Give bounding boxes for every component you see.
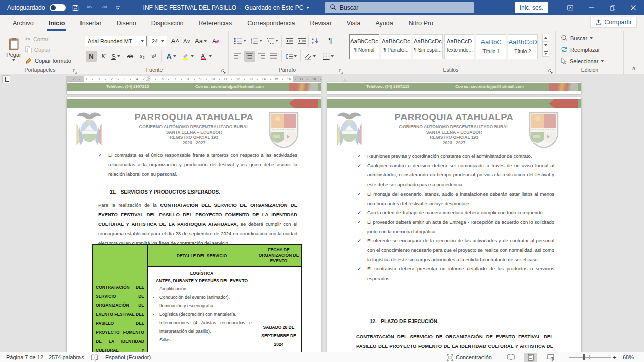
tab-insertar[interactable]: Insertar <box>72 15 109 31</box>
estilos-dialog-launcher-icon[interactable] <box>548 67 553 72</box>
find-button[interactable]: Buscar <box>561 35 593 41</box>
zoom-in-button[interactable]: + <box>613 352 617 362</box>
tab-ayuda[interactable]: Ayuda <box>368 15 400 31</box>
web-layout-button[interactable] <box>544 353 557 362</box>
close-icon[interactable] <box>623 0 644 15</box>
tab-disposicion[interactable]: Disposición <box>144 15 191 31</box>
proofing-errors-icon[interactable] <box>91 352 98 362</box>
subscript-button[interactable]: x₂ <box>137 51 148 62</box>
styles-scroll <box>542 34 549 57</box>
increase-indent-button[interactable] <box>296 36 308 46</box>
style-sin-espaciado[interactable]: AaBbCcDc¶ Sin espa... <box>413 34 443 59</box>
font-color-button[interactable]: A <box>198 51 213 62</box>
focus-mode-button[interactable]: Concentración <box>447 352 492 362</box>
restore-icon[interactable] <box>602 0 623 15</box>
shrink-font-button[interactable]: A˅ <box>182 36 192 46</box>
previous-page-fragment-left[interactable]: Teléfono: (04) 2907215 Correo: secretari… <box>67 82 321 94</box>
title-dropdown-icon[interactable] <box>306 7 309 9</box>
cut-button[interactable]: ✂ Cortar <box>25 35 48 43</box>
style-titulo-2[interactable]: AaBbCcDTítulo 2 <box>508 34 538 59</box>
decrease-indent-button[interactable] <box>283 36 295 46</box>
header-band-arrow <box>549 99 578 108</box>
line-spacing-button[interactable] <box>283 51 298 62</box>
saved-status[interactable]: Guardado en Este PC <box>245 4 303 11</box>
word-count[interactable]: 2574 palabras <box>49 352 84 362</box>
align-right-button[interactable] <box>256 51 267 62</box>
previous-page-fragment-right[interactable]: Teléfono: (04) 2907215 Correo: secretari… <box>327 82 581 94</box>
portapapeles-dialog-launcher-icon[interactable] <box>73 67 78 72</box>
tab-inicio[interactable]: Inicio <box>41 15 73 31</box>
undo-icon[interactable] <box>85 3 94 12</box>
tab-stop-selector[interactable] <box>2 75 10 83</box>
save-icon[interactable] <box>71 3 80 12</box>
tab-referencias[interactable]: Referencias <box>191 15 240 31</box>
fuente-dialog-launcher-icon[interactable] <box>221 67 226 72</box>
show-paragraph-marks-button[interactable]: ¶ <box>325 35 336 46</box>
tab-archivo[interactable]: Archivo <box>5 15 41 31</box>
bullets-button[interactable] <box>233 36 247 46</box>
bold-button[interactable]: N <box>86 51 97 62</box>
autosave-toggle[interactable] <box>50 4 66 11</box>
borders-button[interactable] <box>320 51 336 62</box>
styles-more-icon[interactable] <box>542 49 549 57</box>
align-center-button[interactable] <box>244 51 255 62</box>
tab-vista[interactable]: Vista <box>339 15 368 31</box>
superscript-button[interactable]: x² <box>148 51 159 62</box>
page-7[interactable]: PARROQUIA ATAHUALPA GOBIERNO AUTÓNOMO DE… <box>67 97 321 352</box>
checklist-item: ✓Con la orden de trabajo de manera inmed… <box>357 208 554 218</box>
styles-scroll-up-icon[interactable] <box>542 34 549 42</box>
font-family-combobox[interactable]: Arial Rounded MT <box>85 36 147 46</box>
sort-button[interactable]: AZ <box>310 36 322 46</box>
grow-font-button[interactable]: A˄ <box>170 36 180 46</box>
align-left-button[interactable] <box>232 51 243 62</box>
style-parrafo[interactable]: AaBbCcDc¶ Párrafo... <box>381 34 411 59</box>
paste-button[interactable]: Pegar <box>4 34 23 65</box>
italic-button[interactable]: K <box>98 51 108 62</box>
style-normal[interactable]: AaBbCcDc¶ Normal <box>349 34 379 59</box>
zoom-slider-handle[interactable] <box>583 354 585 360</box>
numbering-button[interactable]: 123 <box>249 36 263 46</box>
highlight-button[interactable] <box>180 51 195 62</box>
multilevel-list-button[interactable] <box>265 36 279 46</box>
zoom-out-button[interactable]: — <box>560 352 567 362</box>
style-titulo-1[interactable]: AaBbCTítulo 1 <box>476 34 506 59</box>
justify-button[interactable] <box>268 51 279 62</box>
sign-in-button[interactable]: Inic. ses. <box>515 2 548 13</box>
detalle-item: -Sillas <box>152 336 252 344</box>
format-painter-button[interactable]: Copiar formato <box>25 57 71 64</box>
italic-icon: K <box>101 52 106 60</box>
zoom-level[interactable]: 68% <box>623 352 634 362</box>
redo-icon[interactable] <box>99 3 108 12</box>
page-8[interactable]: PARROQUIA ATAHUALPA GOBIERNO AUTÓNOMO DE… <box>327 97 581 352</box>
clear-formatting-button[interactable]: A <box>210 36 221 46</box>
share-button[interactable]: Compartir <box>590 17 637 28</box>
text-effects-button[interactable]: A <box>164 51 178 62</box>
change-case-button[interactable]: Aa <box>194 36 207 46</box>
tab-nitro-pro[interactable]: Nitro Pro <box>401 15 441 31</box>
copy-label: Copiar <box>34 47 50 53</box>
shading-button[interactable] <box>302 51 317 62</box>
multilevel-dropdown-icon <box>275 40 278 42</box>
tab-correspondencia[interactable]: Correspondencia <box>239 15 302 31</box>
tab-revisar[interactable]: Revisar <box>302 15 339 31</box>
tab-diseno[interactable]: Diseño <box>109 15 144 31</box>
replace-button[interactable]: Reemplazar <box>561 46 600 53</box>
search-box[interactable]: Buscar <box>325 2 474 13</box>
parrafo-dialog-launcher-icon[interactable] <box>339 67 344 72</box>
strikethrough-button[interactable]: ab <box>125 51 136 62</box>
zoom-slider-track[interactable] <box>569 357 611 358</box>
read-mode-button[interactable] <box>504 353 517 362</box>
styles-scroll-down-icon[interactable] <box>542 41 549 49</box>
page-indicator[interactable]: Página 7 de 12 <box>6 352 43 362</box>
collapse-ribbon-icon[interactable]: ∧ <box>632 65 636 71</box>
print-layout-button[interactable] <box>524 353 537 362</box>
copy-button[interactable]: Copiar <box>25 46 50 53</box>
services-table[interactable]: CONTRATACIÓN DEL SERVICIO DE ORGANIZACIÓ… <box>92 244 302 352</box>
ribbon-display-options-icon[interactable] <box>559 0 581 15</box>
font-size-combobox[interactable]: 24 <box>149 36 167 46</box>
style-texto-independiente[interactable]: AaBbCcDTexto inde... <box>444 34 474 59</box>
minimize-icon[interactable] <box>581 0 602 15</box>
underline-button[interactable]: S <box>109 51 122 62</box>
language-indicator[interactable]: Español (Ecuador) <box>105 352 151 362</box>
select-button[interactable]: Seleccionar <box>561 58 604 64</box>
